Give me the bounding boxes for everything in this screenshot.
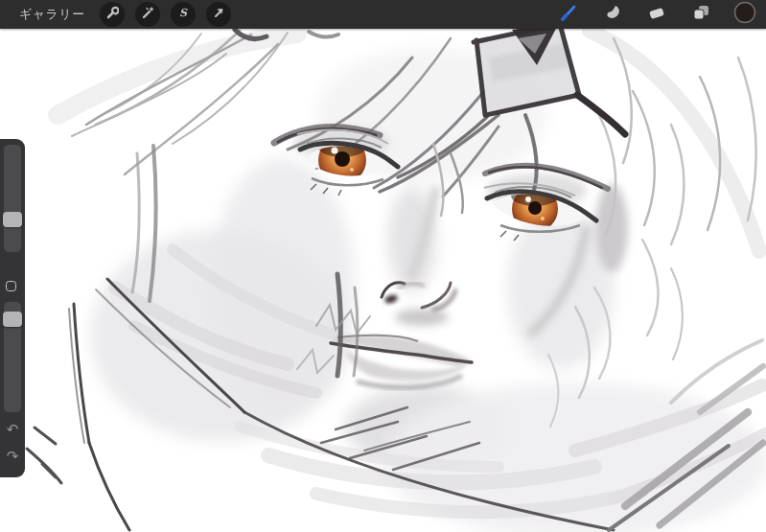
selection-s-icon: S — [176, 6, 190, 23]
transform-arrow-icon — [212, 6, 225, 23]
layers-icon — [690, 2, 711, 27]
brush-size-slider[interactable] — [4, 145, 21, 252]
undo-icon[interactable]: ↶ — [0, 421, 25, 438]
gallery-button[interactable]: ギャラリー — [19, 6, 85, 23]
redo-icon[interactable]: ↷ — [0, 448, 25, 465]
top-toolbar: ギャラリー S — [0, 0, 766, 29]
color-button[interactable] — [734, 4, 755, 25]
eraser-icon — [646, 2, 667, 27]
selection-button[interactable]: S — [171, 2, 196, 27]
brush-icon — [558, 2, 579, 27]
eraser-tool-button[interactable] — [646, 4, 667, 25]
transform-button[interactable] — [206, 2, 231, 27]
canvas-artwork[interactable] — [0, 29, 766, 532]
adjustments-button[interactable] — [135, 2, 160, 27]
brush-opacity-slider-handle[interactable] — [3, 312, 22, 327]
layers-button[interactable] — [690, 4, 711, 25]
actions-button[interactable] — [100, 2, 125, 27]
smudge-tool-button[interactable] — [602, 4, 623, 25]
magic-wand-icon — [141, 6, 154, 23]
right-tool-group — [558, 4, 755, 25]
smudge-icon — [602, 2, 623, 27]
color-swatch-circle — [733, 1, 756, 28]
brush-sidebar: ↶ ↷ — [0, 139, 25, 477]
modify-button[interactable] — [6, 281, 16, 291]
paint-tool-button[interactable] — [558, 4, 579, 25]
svg-text:S: S — [179, 7, 188, 19]
wrench-icon — [105, 6, 119, 23]
left-tool-group: S — [100, 2, 231, 27]
brush-size-slider-handle[interactable] — [3, 212, 22, 227]
